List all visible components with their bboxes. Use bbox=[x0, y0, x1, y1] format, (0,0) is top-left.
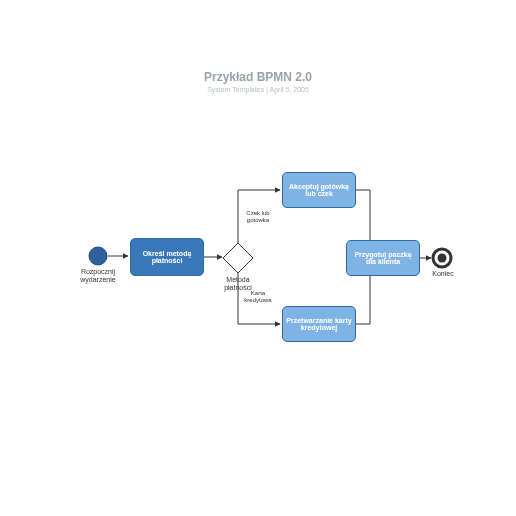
task-prepare-package: Przygotuj paczkędla klienta bbox=[346, 240, 420, 276]
end-event-label: Koniec bbox=[430, 270, 456, 278]
start-event bbox=[89, 247, 107, 265]
branch-top-label: Czek lubgotówka bbox=[240, 210, 276, 224]
diagram-svg bbox=[0, 0, 516, 516]
task-define-payment: Określ metodępłatności bbox=[130, 238, 204, 276]
gateway-diamond bbox=[223, 243, 253, 273]
bpmn-canvas: Przykład BPMN 2.0 System Templates | Apr… bbox=[0, 0, 516, 516]
end-event bbox=[433, 249, 451, 267]
task-accept-cash: Akceptuj gotówkęlub czek bbox=[282, 172, 356, 208]
branch-bottom-label: Kartakredytowa bbox=[240, 290, 276, 304]
svg-point-1 bbox=[438, 254, 447, 263]
start-event-label: Rozpocznijwydarzenie bbox=[74, 268, 122, 284]
task-process-card: Przetwarzanie kartykredytowej bbox=[282, 306, 356, 342]
